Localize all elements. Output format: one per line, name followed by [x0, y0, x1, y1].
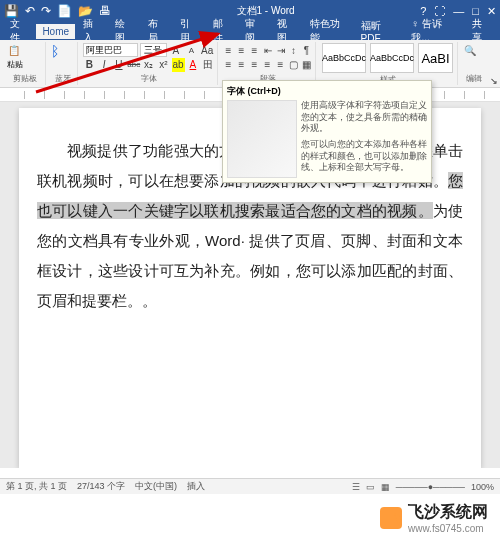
- paragraph-dialog-launcher[interactable]: ↘: [490, 76, 498, 86]
- watermark-icon: [380, 507, 402, 529]
- multilevel-icon[interactable]: ≡: [249, 43, 260, 57]
- redo-icon[interactable]: ↷: [41, 4, 51, 18]
- line-spacing-icon[interactable]: ≡: [275, 58, 286, 72]
- show-marks-icon[interactable]: ¶: [301, 43, 312, 57]
- status-language[interactable]: 中文(中国): [135, 480, 177, 493]
- web-layout-icon[interactable]: ▦: [381, 482, 390, 492]
- numbering-icon[interactable]: ≡: [236, 43, 247, 57]
- editing-group-label: 编辑: [463, 73, 485, 84]
- status-page[interactable]: 第 1 页, 共 1 页: [6, 480, 67, 493]
- print-layout-icon[interactable]: ▭: [366, 482, 375, 492]
- svg-line-0: [36, 34, 218, 92]
- zoom-level[interactable]: 100%: [471, 482, 494, 492]
- status-words[interactable]: 27/143 个字: [77, 480, 125, 493]
- align-center-icon[interactable]: ≡: [236, 58, 247, 72]
- paste-icon[interactable]: 📋: [7, 43, 21, 57]
- align-right-icon[interactable]: ≡: [249, 58, 260, 72]
- sort-icon[interactable]: ↕: [288, 43, 299, 57]
- watermark-brand: 飞沙系统网: [408, 502, 488, 523]
- style-heading1[interactable]: AaBI: [418, 43, 453, 73]
- watermark: 飞沙系统网 www.fs0745.com: [380, 502, 488, 534]
- tooltip-text-1: 使用高级字体和字符选项自定义您的文本，使之具备所需的精确外观。: [301, 100, 427, 135]
- style-normal[interactable]: AaBbCcDc: [322, 43, 366, 73]
- tooltip-preview-image: [227, 100, 297, 178]
- tooltip-title: 字体 (Ctrl+D): [227, 85, 427, 98]
- borders-icon[interactable]: ▦: [301, 58, 312, 72]
- style-nospace[interactable]: AaBbCcDc: [370, 43, 414, 73]
- new-icon[interactable]: 📄: [57, 4, 72, 18]
- status-insert[interactable]: 插入: [187, 480, 205, 493]
- font-tooltip: 字体 (Ctrl+D) 使用高级字体和字符选项自定义您的文本，使之具备所需的精确…: [222, 80, 432, 183]
- zoom-slider[interactable]: ─────●─────: [396, 482, 465, 492]
- watermark-url: www.fs0745.com: [408, 523, 488, 534]
- tooltip-text-2: 您可以向您的文本添加各种各样的样式和颜色，也可以添加删除线、上标和全部大写字母。: [301, 139, 427, 174]
- annotation-arrow: [30, 28, 230, 98]
- decrease-indent-icon[interactable]: ⇤: [262, 43, 273, 57]
- justify-icon[interactable]: ≡: [262, 58, 273, 72]
- find-icon[interactable]: 🔍: [463, 43, 477, 57]
- increase-indent-icon[interactable]: ⇥: [275, 43, 286, 57]
- read-mode-icon[interactable]: ☰: [352, 482, 360, 492]
- shading-icon[interactable]: ▢: [288, 58, 299, 72]
